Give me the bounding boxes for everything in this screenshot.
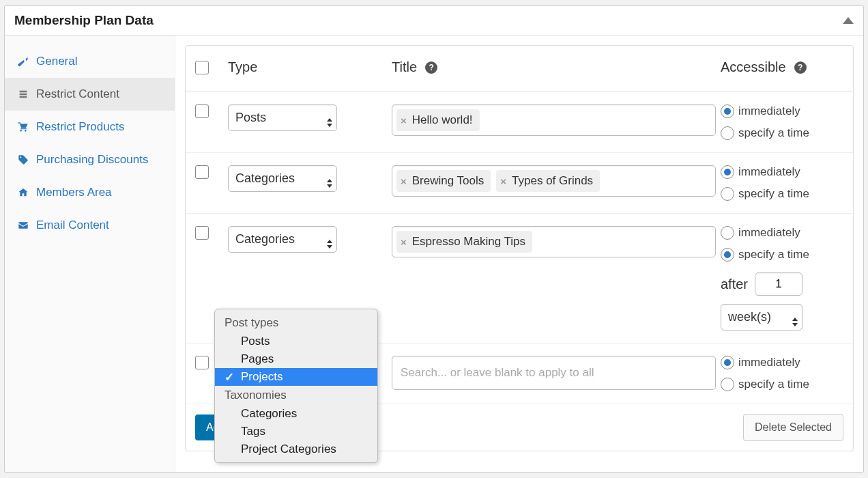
table-header: Type Title ? Accessible ?: [186, 46, 853, 92]
tag-remove-icon[interactable]: ×: [500, 175, 506, 187]
radio-immediately[interactable]: [721, 104, 734, 118]
sidebar-item-label: Members Area: [36, 186, 112, 199]
after-label: after: [721, 277, 748, 292]
column-header-type: Type: [228, 59, 392, 75]
home-icon: [17, 186, 29, 199]
dropdown-option[interactable]: Project Categories: [215, 440, 377, 458]
content-main: Type Title ? Accessible ?: [175, 36, 863, 472]
type-select-value: Categories: [235, 232, 295, 247]
sidebar-item-label: Purchasing Discounts: [36, 153, 148, 167]
title-search-input[interactable]: [396, 361, 711, 385]
radio-specify-time[interactable]: [721, 187, 734, 201]
row-checkbox[interactable]: [195, 356, 209, 369]
panel-title: Membership Plan Data: [14, 13, 154, 28]
radio-label: immediately: [738, 104, 800, 118]
radio-label: specify a time: [738, 187, 809, 201]
type-select-value: Posts: [235, 111, 266, 125]
title-tag-input[interactable]: × Hello world!: [392, 104, 716, 136]
content-rule-row: Posts × Hello world!: [186, 92, 853, 153]
radio-immediately[interactable]: [721, 356, 734, 369]
settings-sidebar: General Restrict Content Restrict Produc…: [5, 36, 175, 472]
sidebar-item-label: Email Content: [36, 219, 109, 232]
type-select[interactable]: Categories: [228, 165, 337, 192]
dropdown-option[interactable]: Pages: [215, 350, 377, 368]
tag-icon: [17, 154, 29, 166]
delay-unit-select[interactable]: week(s): [721, 304, 802, 331]
dropdown-option[interactable]: Tags: [215, 423, 377, 440]
title-tag-input[interactable]: [392, 356, 716, 390]
radio-specify-time[interactable]: [721, 248, 734, 262]
membership-plan-panel: Membership Plan Data General Restrict Co…: [4, 5, 864, 473]
radio-label: specify a time: [738, 126, 809, 140]
row-checkbox[interactable]: [195, 165, 209, 179]
tag: ×Espresso Making Tips: [396, 231, 532, 253]
sidebar-item-general[interactable]: General: [5, 45, 175, 78]
sidebar-item-restrict-content[interactable]: Restrict Content: [5, 78, 175, 111]
delete-selected-button[interactable]: Delete Selected: [743, 414, 843, 441]
radio-immediately[interactable]: [721, 165, 734, 179]
wrench-icon: [17, 55, 29, 68]
tag-label: Hello world!: [412, 113, 473, 127]
type-select[interactable]: Posts: [228, 104, 337, 131]
collapse-icon[interactable]: [843, 17, 854, 24]
radio-immediately[interactable]: [721, 226, 734, 240]
dropdown-group-label: Taxonomies: [215, 386, 377, 405]
dropdown-option[interactable]: ✓ Projects: [215, 368, 377, 386]
cart-icon: [17, 121, 29, 133]
radio-specify-time[interactable]: [721, 378, 734, 391]
radio-label: immediately: [738, 226, 800, 240]
title-tag-input[interactable]: ×Espresso Making Tips: [392, 226, 716, 257]
radio-label: specify a time: [738, 378, 809, 391]
title-tag-input[interactable]: ×Brewing Tools ×Types of Grinds: [392, 165, 716, 197]
restrict-content-table: Type Title ? Accessible ?: [185, 45, 854, 451]
select-all-checkbox[interactable]: [195, 61, 209, 74]
tag-label: Types of Grinds: [512, 174, 593, 188]
type-select-value: Categories: [235, 171, 295, 186]
check-icon: ✓: [225, 370, 234, 384]
sidebar-item-purchasing-discounts[interactable]: Purchasing Discounts: [5, 143, 175, 176]
row-checkbox[interactable]: [195, 226, 209, 240]
envelope-icon: [17, 219, 29, 231]
radio-label: immediately: [738, 356, 800, 369]
tag-remove-icon[interactable]: ×: [401, 236, 407, 248]
sidebar-item-label: General: [36, 55, 77, 68]
tag: × Hello world!: [396, 109, 480, 131]
type-select[interactable]: Categories: [228, 226, 337, 253]
tag-remove-icon[interactable]: ×: [401, 175, 407, 187]
tag-label: Espresso Making Tips: [412, 235, 525, 249]
type-dropdown[interactable]: Post types Posts Pages ✓ Projects Taxono…: [214, 309, 378, 463]
delay-unit-value: week(s): [728, 310, 771, 324]
content-rule-row: Post types Posts Pages ✓ Projects Taxono…: [186, 343, 853, 404]
dropdown-option[interactable]: Posts: [215, 333, 377, 350]
column-header-title: Title: [392, 59, 417, 75]
sidebar-item-label: Restrict Products: [36, 120, 124, 134]
tag: ×Brewing Tools: [396, 170, 491, 192]
delay-amount-input[interactable]: [755, 272, 802, 296]
column-header-accessible: Accessible: [721, 59, 786, 75]
sidebar-item-members-area[interactable]: Members Area: [5, 176, 175, 209]
radio-specify-time[interactable]: [721, 126, 734, 140]
help-icon[interactable]: ?: [794, 61, 807, 74]
document-icon: [17, 88, 29, 100]
help-icon[interactable]: ?: [425, 61, 437, 74]
row-checkbox[interactable]: [195, 104, 209, 118]
panel-header: Membership Plan Data: [5, 6, 863, 36]
tag: ×Types of Grinds: [496, 170, 600, 192]
tag-remove-icon[interactable]: ×: [401, 115, 407, 126]
sidebar-item-restrict-products[interactable]: Restrict Products: [5, 111, 175, 143]
radio-label: specify a time: [738, 248, 809, 262]
tag-label: Brewing Tools: [412, 174, 484, 188]
dropdown-group-label: Post types: [215, 313, 377, 333]
sidebar-item-label: Restrict Content: [36, 87, 119, 101]
dropdown-option[interactable]: Categories: [215, 405, 377, 423]
content-rule-row: Categories ×Brewing Tools ×Types of Grin…: [186, 153, 853, 214]
sidebar-item-email-content[interactable]: Email Content: [5, 209, 175, 242]
radio-label: immediately: [738, 165, 800, 179]
